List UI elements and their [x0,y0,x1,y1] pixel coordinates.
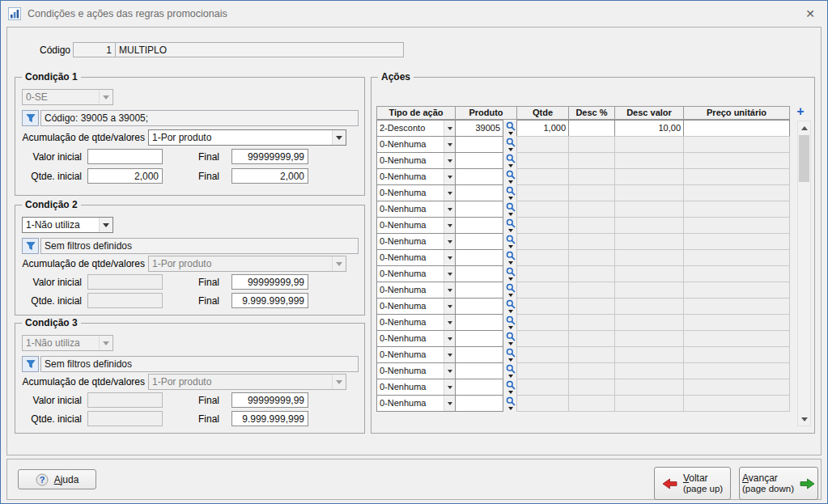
acao-produto-input[interactable] [455,346,503,363]
product-search-button[interactable] [503,282,517,299]
acao-produto-input[interactable] [455,265,503,282]
filter-summary-field[interactable]: Código: 39005 a 39005; [40,110,359,126]
title-bar: Condições e ações das regras promocionai… [1,1,827,26]
product-search-button[interactable] [503,298,517,315]
scrollbar-thumb[interactable] [799,135,809,182]
product-search-button[interactable] [503,184,517,201]
product-search-button[interactable] [503,152,517,169]
valor-inicial-field [87,392,163,408]
filter-button[interactable] [22,110,39,126]
acao-tipo-select[interactable]: 0-Nenhuma [376,184,456,201]
acao-tipo-select[interactable]: 0-Nenhuma [376,152,456,169]
acao-qtde-cell[interactable]: 1,000 [516,120,569,137]
acao-tipo-select[interactable]: 0-Nenhuma [376,217,456,234]
acao-produto-input[interactable] [455,184,503,201]
arrow-right-icon [800,478,815,489]
qtde-inicial-field[interactable]: 2,000 [87,168,163,184]
acao-tipo-select[interactable]: 0-Nenhuma [376,265,456,282]
codigo-field[interactable]: 1 [73,42,116,57]
qtde-final-field[interactable]: 9.999.999,999 [231,293,308,308]
acao-tipo-select[interactable]: 2-Desconto [376,120,456,137]
next-button-label: Avançar [742,473,778,484]
chevron-down-icon [444,331,455,346]
acao-produto-input[interactable] [455,201,503,218]
acao-tipo-select[interactable]: 0-Nenhuma [376,314,456,331]
filter-button[interactable] [22,356,39,372]
product-search-button[interactable] [503,120,517,137]
acao-desc-valor-cell[interactable]: 10,00 [614,120,684,137]
qtde-final-field[interactable]: 9.999.999,999 [231,411,308,426]
acao-tipo-select[interactable]: 0-Nenhuma [376,298,456,315]
acao-tipo-select[interactable]: 0-Nenhuma [376,168,456,185]
acao-tipo-select[interactable]: 0-Nenhuma [376,249,456,266]
acao-produto-input[interactable] [455,298,503,315]
acao-tipo-select[interactable]: 0-Nenhuma [376,136,456,153]
acao-produto-cell [455,217,517,234]
qtde-final-field[interactable]: 2,000 [231,168,308,184]
acao-produto-input[interactable] [455,314,503,331]
acao-produto-input[interactable] [455,379,503,396]
acao-tipo-select[interactable]: 0-Nenhuma [376,233,456,250]
product-search-button[interactable] [503,346,517,363]
close-icon[interactable]: ✕ [800,5,820,23]
acumulacao-label: Acumulação de qtde/valores [15,258,145,269]
filter-icon [26,113,36,123]
acao-tipo-select[interactable]: 0-Nenhuma [376,330,456,347]
filter-button[interactable] [22,238,39,254]
descricao-field[interactable]: MULTIPLO [115,42,404,57]
acao-produto-input[interactable] [455,282,503,299]
product-search-button[interactable] [503,201,517,218]
product-search-button[interactable] [503,168,517,185]
acao-produto-input[interactable] [455,395,503,412]
acumulacao-select[interactable]: 1-Por produto [148,129,346,146]
row-dropdown-icon [508,245,513,248]
acao-produto-input[interactable] [455,136,503,153]
acao-produto-input[interactable] [455,233,503,250]
acao-produto-input[interactable] [455,362,503,379]
product-search-button[interactable] [503,136,517,153]
acao-desc-valor-cell [614,249,684,266]
product-search-button[interactable] [503,379,517,396]
condition-type-select[interactable]: 1-Não utiliza [22,217,113,233]
acao-tipo-select[interactable]: 0-Nenhuma [376,282,456,299]
product-search-button[interactable] [503,265,517,282]
filter-summary-field[interactable]: Sem filtros definidos [40,356,359,372]
acao-produto-input[interactable] [455,330,503,347]
add-action-button[interactable]: + [793,105,808,119]
acao-produto-input[interactable]: 39005 [455,120,503,137]
acao-produto-cell [455,314,517,331]
product-search-button[interactable] [503,249,517,266]
acao-produto-input[interactable] [455,168,503,185]
valor-final-field[interactable]: 99999999,99 [231,149,308,164]
acao-tipo-select[interactable]: 0-Nenhuma [376,395,456,412]
acao-desc-pct-cell [568,298,615,315]
product-search-button[interactable] [503,314,517,331]
acao-desc-pct-cell[interactable] [568,120,615,137]
acao-tipo-select[interactable]: 0-Nenhuma [376,201,456,218]
acao-produto-input[interactable] [455,249,503,266]
acao-preco-unitario-cell[interactable] [683,120,790,137]
product-search-button[interactable] [503,330,517,347]
product-search-button[interactable] [503,217,517,234]
app-icon [8,7,21,20]
product-search-button[interactable] [503,233,517,250]
product-search-button[interactable] [503,395,517,412]
vertical-scrollbar[interactable] [797,121,811,426]
acao-tipo-select[interactable]: 0-Nenhuma [376,346,456,363]
filter-summary-field[interactable]: Sem filtros definidos [40,238,359,254]
acao-produto-input[interactable] [455,152,503,169]
scroll-down-icon[interactable] [798,413,810,426]
next-button[interactable]: Avançar (page down) [739,467,818,500]
acao-produto-cell [455,201,517,218]
back-button[interactable]: Voltar (page up) [654,467,731,500]
acao-tipo-select[interactable]: 0-Nenhuma [376,379,456,396]
product-search-button[interactable] [503,362,517,379]
qtde-inicial-label: Qtde. inicial [19,413,82,425]
valor-final-field[interactable]: 99999999,99 [231,392,308,408]
acao-tipo-select[interactable]: 0-Nenhuma [376,362,456,379]
scroll-up-icon[interactable] [798,121,810,134]
valor-final-field[interactable]: 99999999,99 [231,274,308,290]
help-button[interactable]: ? Ajuda [18,469,96,489]
acao-produto-input[interactable] [455,217,503,234]
valor-inicial-field[interactable] [87,149,163,164]
